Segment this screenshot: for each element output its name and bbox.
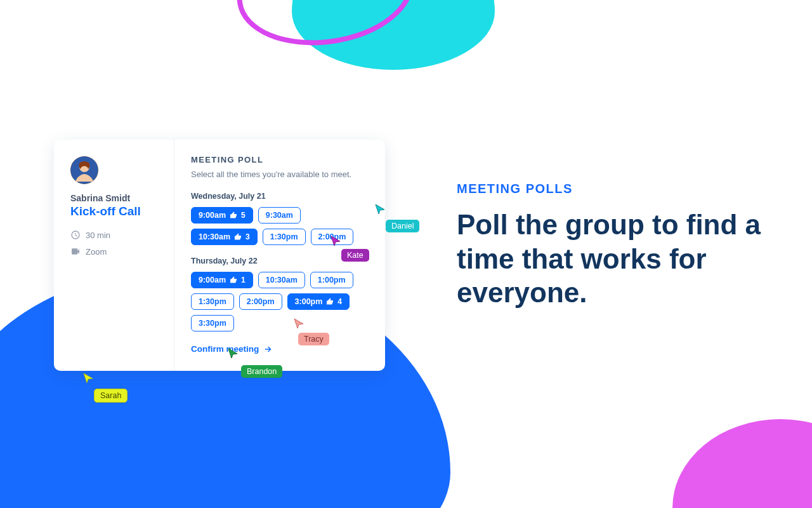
time-slot-label: 3:00pm [295,297,323,306]
svg-marker-7 [84,373,93,383]
time-slot-button[interactable]: 10:30am3 [191,229,258,245]
card-sidebar: Sabrina Smidt Kick-off Call 30 min Zoom [54,140,174,371]
poll-heading: MEETING POLL [191,155,369,164]
time-slot-vote-count: 1 [241,276,246,284]
time-slot-button[interactable]: 3:30pm [191,315,234,331]
time-slot-label: 1:00pm [318,276,346,284]
collab-cursor-tracy: Tracy [293,318,329,345]
cursor-icon [293,318,304,329]
poll-subheading: Select all the times you're available to… [191,170,369,179]
meeting-title: Kick-off Call [70,204,160,218]
time-slot-label: 2:00pm [247,297,275,306]
time-slot-label: 9:00am [199,211,226,220]
time-slot-label: 10:30am [199,232,230,241]
day-label: Wednesday, July 21 [191,192,369,201]
cursor-label: Kate [341,249,369,262]
svg-marker-3 [376,204,384,214]
time-slot-vote-count: 4 [337,297,342,306]
collab-cursor-daniel: Daniel [374,203,419,232]
meta-duration-row: 30 min [70,230,160,240]
time-slot-button[interactable]: 9:30am [258,207,301,224]
time-slot-label: 10:30am [266,276,298,284]
time-slot-label: 9:30am [266,211,293,220]
svg-marker-5 [294,319,303,328]
host-avatar [70,156,98,184]
time-slot-label: 1:30pm [270,232,298,241]
headline-text: Poll the group to find a time that works… [457,208,774,310]
time-slot-vote-count: 3 [246,232,250,241]
headline-block: MEETING POLLS Poll the group to find a t… [457,182,774,310]
cursor-icon [227,347,239,359]
host-name: Sabrina Smidt [70,193,160,203]
time-slot-label: 3:30pm [199,319,226,328]
time-slot-vote-count: 5 [241,211,246,220]
clock-icon [70,230,81,240]
cursor-icon [374,203,386,215]
cursor-icon [82,372,94,384]
cursor-label: Tracy [298,333,329,345]
svg-marker-6 [228,349,237,358]
video-icon [70,246,81,257]
collab-cursor-brandon: Brandon [227,347,282,378]
time-slot-label: 1:30pm [199,297,226,306]
collab-cursor-kate: Kate [330,235,369,262]
time-slot-button[interactable]: 2:00pm [239,293,282,310]
cursor-label: Brandon [241,365,282,378]
time-slot-button[interactable]: 10:30am [258,272,305,288]
time-slot-button[interactable]: 1:00pm [310,272,353,288]
headline-eyebrow: MEETING POLLS [457,182,774,196]
meta-platform-label: Zoom [86,247,107,257]
time-slot-button[interactable]: 3:00pm4 [287,293,350,310]
collab-cursor-sarah: Sarah [82,372,128,403]
svg-marker-4 [331,236,340,246]
cursor-icon [330,235,341,246]
meta-platform-row: Zoom [70,246,160,257]
bg-blob-magenta [672,419,812,508]
cursor-label: Sarah [94,389,128,403]
time-slot-button[interactable]: 1:30pm [263,229,306,245]
time-slot-label: 9:00am [199,276,226,284]
time-slot-button[interactable]: 1:30pm [191,293,234,310]
cursor-label: Daniel [386,220,419,232]
time-slot-button[interactable]: 9:00am1 [191,272,253,288]
time-slot-button[interactable]: 9:00am5 [191,207,253,224]
slot-row: 9:00am110:30am1:00pm1:30pm2:00pm3:00pm43… [191,272,369,331]
meta-duration-label: 30 min [86,231,110,240]
